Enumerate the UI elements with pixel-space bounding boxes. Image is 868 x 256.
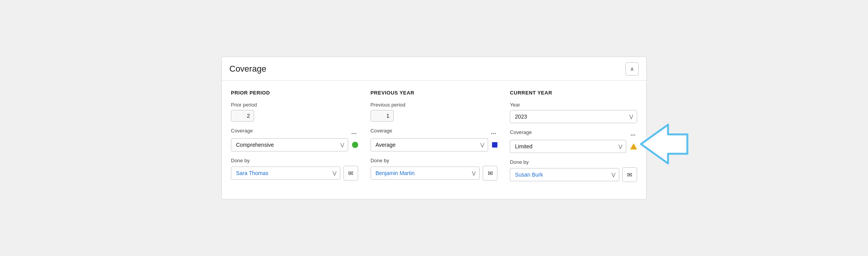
previous-mail-button[interactable]: ✉ <box>483 166 497 180</box>
previous-coverage-select-wrapper: Comprehensive Average Limited ⋁ <box>371 138 489 151</box>
current-coverage-label: Coverage <box>510 129 531 135</box>
prior-period-header: PRIOR PERIOD <box>231 90 358 96</box>
previous-period-label: Previous period <box>371 102 498 108</box>
prior-period-column: PRIOR PERIOD Prior period Coverage ... C… <box>231 90 358 188</box>
prior-coverage-ellipsis[interactable]: ... <box>350 128 358 136</box>
prior-period-label: Prior period <box>231 102 358 108</box>
current-year-header: CURRENT YEAR <box>510 90 637 96</box>
mail-icon: ✉ <box>348 170 353 177</box>
previous-doneby-select-wrapper: Benjamin Martin ⋁ <box>371 167 480 180</box>
prior-period-field: Prior period <box>231 102 358 122</box>
previous-coverage-label: Coverage <box>371 128 392 134</box>
arrow-svg <box>637 121 691 167</box>
current-year-column: CURRENT YEAR Year 2021 2022 2023 2024 ⋁ <box>510 90 637 188</box>
current-year-select-wrapper: 2021 2022 2023 2024 ⋁ <box>510 110 637 123</box>
current-doneby-row: Susan Burk ⋁ ✉ <box>510 167 637 182</box>
previous-coverage-row: Comprehensive Average Limited ⋁ <box>371 138 498 151</box>
svg-marker-0 <box>641 125 687 163</box>
prior-doneby-select[interactable]: Sara Thomas <box>231 167 340 180</box>
mail-icon: ✉ <box>627 171 632 179</box>
current-doneby-label: Done by <box>510 159 637 165</box>
mail-icon: ✉ <box>488 170 493 177</box>
previous-doneby-label: Done by <box>371 158 498 163</box>
collapse-button[interactable]: ∧ <box>625 62 639 76</box>
arrow-annotation <box>637 121 691 167</box>
prior-coverage-label: Coverage <box>231 128 253 134</box>
prior-coverage-row: Comprehensive Average Limited ⋁ <box>231 138 358 151</box>
prior-doneby-row: Sara Thomas ⋁ ✉ <box>231 166 358 180</box>
prior-doneby-field: Done by Sara Thomas ⋁ ✉ <box>231 158 358 180</box>
current-doneby-select-wrapper: Susan Burk ⋁ <box>510 168 619 181</box>
prior-coverage-field: Coverage ... Comprehensive Average Limit… <box>231 128 358 151</box>
previous-doneby-select[interactable]: Benjamin Martin <box>371 167 480 180</box>
prior-mail-button[interactable]: ✉ <box>343 166 358 180</box>
previous-period-field: Previous period <box>371 102 498 122</box>
previous-coverage-field: Coverage ... Comprehensive Average Limit… <box>371 128 498 151</box>
prior-period-input[interactable] <box>231 110 254 122</box>
previous-coverage-ellipsis[interactable]: ... <box>489 128 497 136</box>
current-year-label: Year <box>510 102 637 108</box>
previous-coverage-select[interactable]: Comprehensive Average Limited <box>371 138 489 151</box>
previous-coverage-status-square <box>492 142 497 148</box>
current-coverage-select-wrapper: Comprehensive Average Limited ⋁ <box>510 140 626 153</box>
previous-period-input[interactable] <box>371 110 394 122</box>
prior-coverage-select[interactable]: Comprehensive Average Limited <box>231 138 348 151</box>
previous-year-header: PREVIOUS YEAR <box>371 90 498 96</box>
prior-doneby-select-wrapper: Sara Thomas ⋁ <box>231 167 340 180</box>
previous-doneby-row: Benjamin Martin ⋁ ✉ <box>371 166 498 180</box>
current-doneby-field: Done by Susan Burk ⋁ ✉ <box>510 159 637 182</box>
prior-coverage-select-wrapper: Comprehensive Average Limited ⋁ <box>231 138 348 151</box>
previous-doneby-field: Done by Benjamin Martin ⋁ ✉ <box>371 158 498 180</box>
current-coverage-status-triangle <box>630 143 637 149</box>
card-body: PRIOR PERIOD Prior period Coverage ... C… <box>222 81 646 199</box>
current-doneby-select[interactable]: Susan Burk <box>510 168 619 181</box>
prior-doneby-label: Done by <box>231 158 358 163</box>
previous-year-column: PREVIOUS YEAR Previous period Coverage .… <box>371 90 498 188</box>
current-coverage-select[interactable]: Comprehensive Average Limited <box>510 140 626 153</box>
current-mail-button[interactable]: ✉ <box>622 167 637 182</box>
card-header: Coverage ∧ <box>222 57 646 81</box>
current-year-select[interactable]: 2021 2022 2023 2024 <box>510 110 637 123</box>
current-coverage-ellipsis[interactable]: ... <box>629 130 637 137</box>
card-title: Coverage <box>229 64 266 74</box>
current-year-field: Year 2021 2022 2023 2024 ⋁ <box>510 102 637 123</box>
current-coverage-field: Coverage ... Comprehensive Average Limit… <box>510 129 637 153</box>
columns-container: PRIOR PERIOD Prior period Coverage ... C… <box>231 90 637 188</box>
current-coverage-row: Comprehensive Average Limited ⋁ <box>510 140 637 153</box>
prior-coverage-status-dot <box>352 142 358 148</box>
coverage-card: Coverage ∧ PRIOR PERIOD Prior period Cov… <box>221 57 647 199</box>
chevron-up-icon: ∧ <box>630 66 634 72</box>
